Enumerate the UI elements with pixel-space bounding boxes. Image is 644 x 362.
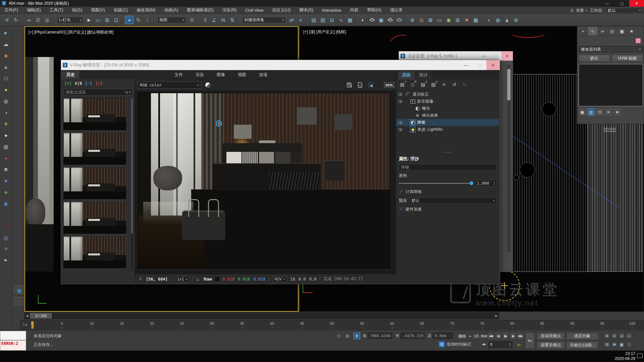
zoom-value[interactable]: 50% bbox=[384, 82, 394, 88]
minimize-button[interactable]: — bbox=[600, 0, 614, 7]
history-thumbnail[interactable] bbox=[63, 202, 126, 234]
history-scrollbar[interactable] bbox=[130, 98, 133, 271]
maximize-button[interactable]: ▢ bbox=[490, 51, 501, 61]
command-tab-2[interactable]: ∞ bbox=[598, 27, 607, 35]
history-thumbnail[interactable] bbox=[63, 98, 126, 130]
tab-stats[interactable]: 统计 bbox=[415, 71, 432, 79]
key-filters-button[interactable]: 关键点过滤器... bbox=[566, 341, 598, 349]
menu-item-2[interactable]: 工具(T) bbox=[45, 7, 68, 14]
menu-item-7[interactable]: 动画(A) bbox=[160, 7, 182, 14]
command-tab-1[interactable]: ∿ bbox=[588, 27, 597, 35]
scrollbar[interactable] bbox=[507, 65, 511, 252]
select-tool-icon[interactable]: ► bbox=[2, 29, 10, 37]
menu-item-9[interactable]: 渲染(R) bbox=[218, 7, 241, 14]
menu-item-12[interactable]: 脚本(S) bbox=[295, 7, 318, 14]
maximize-button[interactable]: ▢ bbox=[614, 0, 629, 7]
region-render-icon[interactable] bbox=[367, 81, 375, 89]
history-remove-icon[interactable]: [✗] bbox=[95, 81, 103, 86]
frame-step-icons[interactable]: ◀▶ bbox=[482, 343, 486, 346]
checker-tool-icon[interactable]: ▩ bbox=[2, 143, 10, 150]
next-frame-icon[interactable]: ▶ bbox=[494, 314, 499, 317]
percent-snap-icon[interactable]: % bbox=[219, 16, 227, 24]
eye-toggle[interactable] bbox=[398, 121, 406, 124]
stack-tool-2[interactable]: ⊡ bbox=[596, 108, 603, 116]
window-crossing-icon[interactable]: ⊡ bbox=[112, 16, 120, 24]
plane-tool-icon[interactable]: □ bbox=[2, 74, 10, 82]
set-keys-button[interactable] bbox=[525, 332, 535, 349]
layer-explorer-icon[interactable]: ▥ bbox=[319, 16, 327, 24]
stack-tool-4[interactable]: ★ bbox=[613, 108, 621, 116]
command-tab-3[interactable]: ◎ bbox=[608, 27, 616, 35]
nav-icon-3[interactable]: ▭ bbox=[626, 333, 632, 339]
eye-toggle[interactable] bbox=[398, 93, 406, 96]
nav-icon-6[interactable]: ▣ bbox=[619, 341, 625, 348]
layer-row-exposure[interactable]: 曝光 bbox=[396, 105, 499, 112]
menu-item-14[interactable]: 内容 bbox=[346, 7, 363, 14]
plugin-icon-12[interactable]: ⊛ bbox=[512, 16, 520, 24]
clear-image-icon[interactable] bbox=[356, 81, 365, 89]
object-color-swatch[interactable] bbox=[635, 38, 641, 44]
menu-item-4[interactable]: 视图(V) bbox=[87, 7, 109, 14]
blue-sphere-tool-icon[interactable]: ◉ bbox=[2, 200, 10, 207]
history-thumbnail[interactable] bbox=[63, 236, 126, 268]
history-save-icon[interactable]: [+] bbox=[64, 81, 72, 86]
mirror-icon[interactable]: ⇄ bbox=[287, 16, 296, 24]
plugin-icon-2[interactable]: ◎ bbox=[417, 16, 426, 24]
command-tab-0[interactable]: + bbox=[579, 27, 587, 35]
viewport-top-label[interactable]: [+] [顶] [用户定义] [线框] bbox=[303, 29, 346, 35]
auto-key-button[interactable]: 自动关键点 bbox=[537, 332, 565, 340]
expand-toolbar-icon[interactable]: ▶ bbox=[5, 258, 7, 262]
menu-item-1[interactable]: 编辑(E) bbox=[22, 7, 45, 14]
menu-item-15[interactable]: 帮助(H) bbox=[363, 7, 386, 14]
selection-lock-icon[interactable]: ⊠ bbox=[344, 333, 351, 339]
prev-frame-icon[interactable]: ◀ bbox=[25, 314, 30, 317]
layer-row-lens[interactable]: ⊞镜头效果 bbox=[396, 112, 499, 119]
minimize-button[interactable]: — bbox=[479, 51, 490, 61]
opacity-value[interactable]: 1.000 bbox=[477, 181, 489, 186]
viewport-camera-label[interactable]: [+] [PhysCamera001] [用户定义] [默认明暗处理] bbox=[29, 29, 113, 35]
vfb-menu-1[interactable]: 渲染 bbox=[196, 72, 204, 78]
use-center-icon[interactable]: ⊙ bbox=[188, 16, 196, 24]
cloud-tool-icon[interactable]: ☁ bbox=[2, 40, 10, 48]
menu-item-13[interactable]: Interactive bbox=[318, 7, 346, 14]
angle-snap-icon[interactable]: ∠ bbox=[210, 16, 218, 24]
vfb-menu-3[interactable]: 视图 bbox=[238, 72, 246, 78]
layers-undo-icon[interactable]: ↺ bbox=[451, 81, 458, 88]
layer-name-field[interactable]: 降噪 bbox=[399, 164, 496, 171]
plugin-icon-9[interactable]: ● bbox=[485, 16, 493, 24]
select-link-icon[interactable]: ∞ bbox=[25, 16, 33, 24]
select-rotate-icon[interactable]: ↻ bbox=[134, 16, 143, 24]
history-thumbnail[interactable] bbox=[63, 133, 126, 165]
plugin-icon-7[interactable]: ✖ bbox=[463, 16, 471, 24]
command-tab-4[interactable]: ▣ bbox=[618, 27, 626, 35]
vfb-titlebar[interactable]: 3 V-Ray 帧缓存区 - [25.0% of 3000 x 2089] — … bbox=[61, 60, 500, 70]
set-key-button[interactable]: 设置关键点 bbox=[537, 341, 565, 349]
select-by-name-icon[interactable]: ▭ bbox=[94, 16, 102, 24]
sunlight-tool-icon[interactable]: ☀ bbox=[2, 120, 10, 128]
command-tab-5[interactable]: ★ bbox=[627, 27, 636, 35]
yellow-sphere-tool-icon[interactable]: ● bbox=[2, 86, 10, 94]
help-tool-icon[interactable]: ? bbox=[2, 245, 10, 253]
nav-icon-7[interactable]: ↕ bbox=[626, 341, 632, 348]
close-button[interactable]: ✕ bbox=[629, 0, 644, 7]
render-settings-titlebar[interactable]: 3 渲染设置: V-Ray 5, hotfix 1 — ▢ ✕ bbox=[399, 51, 513, 61]
channel-dropdown[interactable]: RGB color ▾ bbox=[138, 81, 201, 89]
stack-tool-3[interactable]: ✕ bbox=[605, 108, 612, 116]
curve-editor-icon[interactable]: ∿ bbox=[337, 16, 345, 24]
add-layer-icon[interactable]: ▤+ bbox=[399, 81, 406, 88]
extrude-button[interactable]: 挤出 bbox=[579, 55, 610, 62]
figure-tool-icon[interactable]: ▲ bbox=[2, 63, 10, 71]
nav-icon-0[interactable]: ⊕ bbox=[604, 333, 610, 339]
plugin-icon-11[interactable]: ▲ bbox=[503, 16, 511, 24]
eye-toggle[interactable] bbox=[398, 128, 406, 131]
absolute-mode-icon[interactable]: ✛ bbox=[354, 333, 360, 339]
scene-explorer-icon[interactable]: ▤ bbox=[310, 16, 318, 24]
plugin-icon-5[interactable]: ◉ bbox=[444, 16, 453, 24]
scatter-tool-icon[interactable]: ∴ bbox=[2, 211, 10, 219]
spinner-snap-icon[interactable]: ⇅ bbox=[228, 16, 236, 24]
curve-mode-icon[interactable] bbox=[196, 277, 200, 281]
minimize-button[interactable]: — bbox=[460, 60, 473, 70]
select-scale-icon[interactable]: ↕ bbox=[143, 16, 152, 24]
plugin-icon-8[interactable]: ▦ bbox=[472, 16, 480, 24]
close-button[interactable]: ✕ bbox=[486, 60, 500, 70]
